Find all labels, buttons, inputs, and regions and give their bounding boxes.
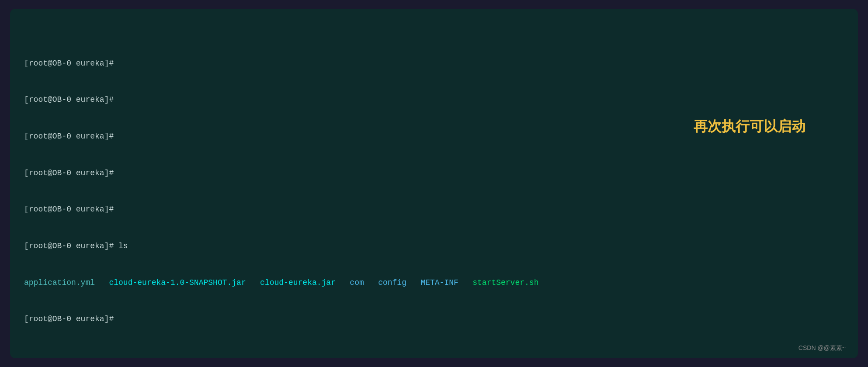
prompt-line-1: [root@OB-0 eureka]# — [24, 58, 844, 70]
ls-command-line: [root@OB-0 eureka]# ls — [24, 240, 844, 253]
after-ls-1: [root@OB-0 eureka]# — [24, 313, 844, 325]
ls-meta-inf: META-INF — [420, 278, 458, 287]
ls-eureka-jar: cloud-eureka.jar — [260, 278, 336, 287]
ls-config: config — [378, 278, 406, 287]
ls-com: com — [350, 278, 364, 287]
prompt-ls: [root@OB-0 eureka]# ls — [24, 242, 128, 250]
prompt-line-2: [root@OB-0 eureka]# — [24, 94, 844, 106]
ls-output-line: application.yml cloud-eureka-1.0-SNAPSHO… — [24, 277, 844, 289]
prompt-line-4: [root@OB-0 eureka]# — [24, 167, 844, 180]
annotation-text: 再次执行可以启动 — [694, 117, 806, 136]
ls-application-yml: application.yml — [24, 278, 95, 287]
watermark: CSDN @@素素~ — [799, 344, 846, 352]
terminal-window: [root@OB-0 eureka]# [root@OB-0 eureka]# … — [10, 9, 858, 358]
ls-start-server: startServer.sh — [472, 278, 538, 287]
ls-snapshot-jar: cloud-eureka-1.0-SNAPSHOT.jar — [109, 278, 246, 287]
terminal-output: [root@OB-0 eureka]# [root@OB-0 eureka]# … — [24, 21, 844, 346]
prompt-line-5: [root@OB-0 eureka]# — [24, 204, 844, 216]
